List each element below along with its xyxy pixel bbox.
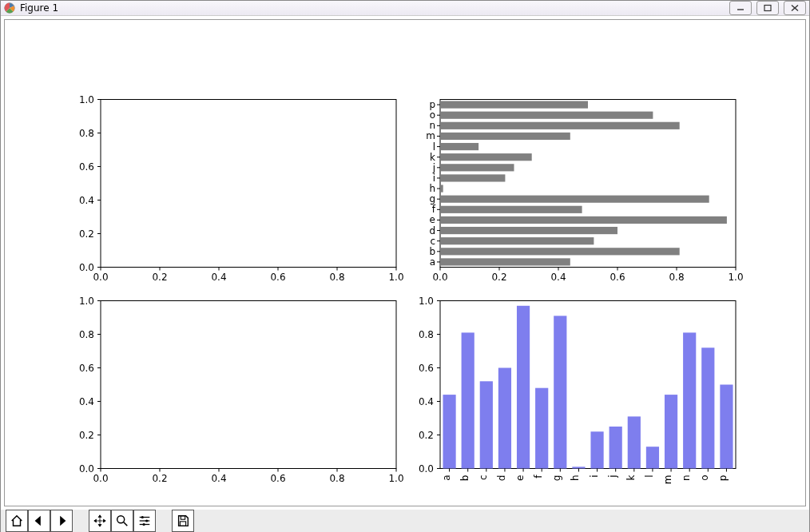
svg-text:1.0: 1.0	[79, 94, 94, 105]
svg-text:0.0: 0.0	[93, 473, 108, 484]
svg-text:0.0: 0.0	[419, 463, 434, 474]
svg-text:0.4: 0.4	[550, 272, 566, 283]
svg-text:a: a	[441, 475, 452, 481]
svg-point-150	[145, 519, 148, 522]
svg-text:h: h	[570, 475, 581, 482]
close-button[interactable]	[784, 1, 806, 15]
svg-text:f: f	[432, 204, 436, 215]
svg-text:f: f	[533, 474, 544, 478]
svg-text:0.6: 0.6	[270, 473, 285, 484]
back-button[interactable]	[28, 510, 50, 532]
svg-text:0.0: 0.0	[432, 272, 447, 283]
svg-text:b: b	[429, 246, 435, 257]
svg-text:a: a	[430, 256, 435, 268]
bar-b	[462, 332, 474, 468]
bar-l	[440, 143, 478, 150]
svg-text:l: l	[644, 475, 655, 478]
bar-a	[440, 258, 570, 265]
svg-text:e: e	[430, 214, 435, 225]
bar-k	[440, 153, 532, 161]
svg-rect-75	[101, 301, 396, 469]
svg-text:o: o	[430, 109, 435, 121]
window-title: Figure 1	[20, 2, 58, 14]
svg-text:0.0: 0.0	[93, 272, 108, 283]
configure-button[interactable]	[133, 510, 156, 532]
svg-text:0.8: 0.8	[329, 473, 344, 484]
svg-text:c: c	[478, 475, 489, 481]
svg-text:0.8: 0.8	[419, 329, 434, 340]
maximize-button[interactable]	[756, 1, 779, 15]
bar-i	[440, 174, 505, 181]
svg-text:0.2: 0.2	[491, 272, 506, 283]
svg-text:0.2: 0.2	[152, 272, 167, 283]
bar-m	[440, 133, 570, 140]
bar-o	[440, 112, 653, 119]
bar-j	[609, 427, 622, 469]
svg-text:0.2: 0.2	[79, 430, 94, 441]
window-controls	[729, 1, 806, 15]
bar-m	[665, 395, 677, 468]
svg-point-145	[117, 516, 125, 523]
svg-text:b: b	[459, 475, 471, 482]
svg-text:0.4: 0.4	[211, 473, 226, 484]
titlebar-left: Figure 1	[4, 2, 58, 14]
svg-text:0.2: 0.2	[79, 228, 94, 240]
svg-text:0.2: 0.2	[419, 430, 434, 441]
figure-svg: 0.00.20.40.60.81.00.00.20.40.60.81.0abcd…	[5, 20, 805, 506]
svg-point-148	[141, 516, 144, 518]
svg-text:0.6: 0.6	[270, 272, 285, 283]
svg-text:m: m	[426, 130, 435, 141]
bar-e	[440, 216, 727, 224]
svg-text:i: i	[433, 173, 435, 184]
bar-k	[628, 416, 641, 468]
svg-text:i: i	[589, 475, 600, 478]
bar-c	[480, 381, 493, 468]
pan-button[interactable]	[89, 510, 111, 532]
svg-text:0.2: 0.2	[152, 473, 167, 484]
svg-text:k: k	[430, 152, 435, 163]
svg-text:0.4: 0.4	[211, 272, 226, 283]
svg-text:1.0: 1.0	[388, 473, 403, 484]
save-button[interactable]	[172, 510, 194, 532]
svg-text:0.8: 0.8	[79, 128, 94, 139]
bar-c	[440, 237, 594, 244]
bar-n	[440, 122, 680, 129]
toolbar	[1, 510, 809, 532]
svg-text:e: e	[514, 475, 526, 481]
home-button[interactable]	[6, 510, 28, 532]
svg-text:o: o	[699, 475, 710, 481]
svg-text:0.8: 0.8	[669, 272, 684, 283]
bar-p	[720, 385, 733, 469]
svg-text:d: d	[429, 225, 435, 236]
figure-canvas: 0.00.20.40.60.81.00.00.20.40.60.81.0abcd…	[4, 19, 806, 506]
svg-text:0.8: 0.8	[329, 272, 344, 283]
axes-bottom-left: 0.00.20.40.60.81.00.00.20.40.60.81.0	[79, 296, 404, 484]
bar-f	[535, 388, 548, 469]
svg-rect-154	[180, 522, 185, 526]
forward-button[interactable]	[50, 510, 73, 532]
bar-d	[440, 227, 617, 234]
titlebar: Figure 1	[1, 1, 809, 16]
svg-text:1.0: 1.0	[388, 272, 403, 283]
svg-text:0.6: 0.6	[609, 272, 625, 283]
bar-g	[554, 316, 566, 468]
axes-bottom-right: abcdefghijklmnop0.00.20.40.60.81.0	[419, 296, 736, 485]
svg-text:1.0: 1.0	[419, 296, 434, 307]
svg-text:j: j	[607, 475, 618, 478]
bar-h	[440, 185, 443, 192]
bar-a	[443, 395, 455, 468]
bar-l	[646, 447, 659, 468]
bar-j	[440, 164, 514, 171]
svg-text:0.6: 0.6	[419, 363, 434, 374]
bar-g	[440, 196, 709, 203]
svg-text:p: p	[717, 475, 729, 482]
axes-top-right: abcdefghijklmnop0.00.20.40.60.81.0	[426, 99, 743, 282]
bar-i	[590, 431, 603, 468]
svg-point-152	[142, 523, 145, 526]
zoom-button[interactable]	[111, 510, 133, 532]
bar-f	[440, 206, 582, 213]
svg-text:0.4: 0.4	[79, 396, 94, 407]
minimize-button[interactable]	[729, 1, 752, 15]
svg-text:0.0: 0.0	[79, 463, 94, 474]
svg-text:1.0: 1.0	[728, 272, 743, 283]
